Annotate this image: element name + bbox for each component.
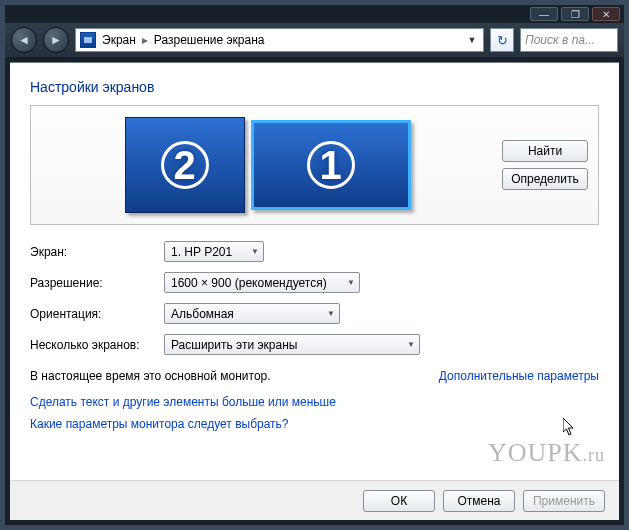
watermark-text: YOUPK [488, 438, 583, 467]
orientation-label: Ориентация: [30, 307, 164, 321]
monitor-1[interactable]: 1 [251, 120, 411, 210]
screen-label: Экран: [30, 245, 164, 259]
multi-display-label: Несколько экранов: [30, 338, 164, 352]
close-icon: ✕ [602, 9, 610, 20]
nav-bar: ◄ ► Экран ▸ Разрешение экрана ▼ ↻ Поиск … [5, 23, 624, 57]
page-title: Настройки экранов [30, 79, 599, 95]
cancel-button[interactable]: Отмена [443, 490, 515, 512]
watermark: YOUPK.ru [488, 438, 605, 468]
dialog-footer: ОК Отмена Применить [10, 480, 619, 520]
maximize-icon: ❐ [571, 9, 580, 20]
breadcrumb-item[interactable]: Разрешение экрана [154, 33, 265, 47]
chevron-down-icon: ▼ [327, 309, 335, 318]
search-input[interactable]: Поиск в па... [520, 28, 618, 52]
chevron-down-icon: ▼ [407, 340, 415, 349]
identify-button[interactable]: Определить [502, 168, 588, 190]
resolution-select[interactable]: 1600 × 900 (рекомендуется) ▼ [164, 272, 360, 293]
find-button[interactable]: Найти [502, 140, 588, 162]
chevron-down-icon: ▼ [347, 278, 355, 287]
minimize-icon: — [539, 9, 549, 20]
text-size-link[interactable]: Сделать текст и другие элементы больше и… [30, 395, 599, 409]
cancel-button-label: Отмена [457, 494, 500, 508]
nav-back-button[interactable]: ◄ [11, 27, 37, 53]
orientation-select-value: Альбомная [171, 307, 234, 321]
screen-select-value: 1. HP P201 [171, 245, 232, 259]
identify-button-label: Определить [511, 172, 579, 186]
minimize-button[interactable]: — [530, 7, 558, 21]
nav-forward-button[interactable]: ► [43, 27, 69, 53]
refresh-icon: ↻ [497, 33, 508, 48]
display-preview-box: 2 1 Найти Определить [30, 105, 599, 225]
multi-display-select-value: Расширить эти экраны [171, 338, 297, 352]
chevron-right-icon: ▸ [142, 33, 148, 47]
monitor-number: 1 [307, 141, 355, 189]
watermark-suffix: .ru [583, 445, 606, 465]
resolution-select-value: 1600 × 900 (рекомендуется) [171, 276, 327, 290]
orientation-select[interactable]: Альбомная ▼ [164, 303, 340, 324]
display-icon [80, 32, 96, 48]
find-button-label: Найти [528, 144, 562, 158]
settings-form: Экран: 1. HP P201 ▼ Разрешение: 1600 × 9… [30, 241, 599, 355]
chevron-down-icon: ▼ [251, 247, 259, 256]
arrow-left-icon: ◄ [18, 33, 30, 47]
breadcrumb-dropdown[interactable]: ▼ [465, 29, 479, 51]
monitor-2[interactable]: 2 [125, 117, 245, 213]
resolution-label: Разрешение: [30, 276, 164, 290]
ok-button-label: ОК [391, 494, 407, 508]
monitor-number: 2 [161, 141, 209, 189]
advanced-settings-link[interactable]: Дополнительные параметры [439, 369, 599, 383]
title-bar: — ❐ ✕ [5, 5, 624, 23]
window-frame: — ❐ ✕ ◄ ► Экран ▸ Разрешение экрана ▼ ↻ … [0, 0, 629, 530]
chevron-down-icon: ▼ [468, 35, 477, 45]
apply-button-label: Применить [533, 494, 595, 508]
breadcrumb[interactable]: Экран ▸ Разрешение экрана ▼ [75, 28, 484, 52]
arrow-right-icon: ► [50, 33, 62, 47]
monitor-layout[interactable]: 2 1 [41, 114, 494, 216]
multi-display-select[interactable]: Расширить эти экраны ▼ [164, 334, 420, 355]
which-monitor-link[interactable]: Какие параметры монитора следует выбрать… [30, 417, 599, 431]
screen-select[interactable]: 1. HP P201 ▼ [164, 241, 264, 262]
refresh-button[interactable]: ↻ [490, 28, 514, 52]
client-area: Настройки экранов 2 1 Найти Определить [10, 62, 619, 520]
ok-button[interactable]: ОК [363, 490, 435, 512]
close-button[interactable]: ✕ [592, 7, 620, 21]
search-placeholder: Поиск в па... [525, 33, 595, 47]
maximize-button[interactable]: ❐ [561, 7, 589, 21]
breadcrumb-item[interactable]: Экран [102, 33, 136, 47]
apply-button[interactable]: Применить [523, 490, 605, 512]
primary-monitor-status: В настоящее время это основной монитор. [30, 369, 271, 383]
